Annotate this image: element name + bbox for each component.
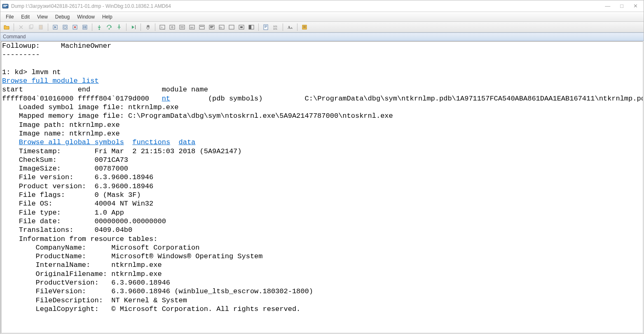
- output-line: FileVersion: 6.3.9600.18946 (winblue_lts…: [2, 287, 313, 295]
- app-window: Dump I:\Загрузки\042818-26171-01.dmp - W…: [0, 0, 644, 334]
- output-line: (pdb symbols) C:\ProgramData\dbg\sym\ntk…: [170, 95, 643, 103]
- stop-icon[interactable]: [70, 23, 80, 32]
- step-over-icon[interactable]: [105, 23, 114, 32]
- watch-window-icon[interactable]: [168, 23, 177, 32]
- svg-rect-42: [265, 26, 267, 26]
- svg-rect-1: [3, 5, 7, 6]
- svg-text:>_: >_: [161, 26, 165, 29]
- output-line: CheckSum: 0071CA73: [2, 156, 128, 164]
- svg-rect-23: [180, 26, 184, 27]
- output-line: fffff804`01016000 fffff804`0179d000: [2, 95, 162, 103]
- hand-icon[interactable]: [143, 23, 152, 32]
- svg-rect-24: [180, 28, 184, 28]
- close-button[interactable]: ✕: [633, 3, 638, 9]
- svg-rect-52: [303, 28, 306, 28]
- step-into-icon[interactable]: [95, 23, 104, 32]
- output-line: Image name: ntkrnlmp.exe: [2, 130, 120, 138]
- restart-icon[interactable]: [61, 23, 70, 32]
- svg-rect-20: [170, 25, 175, 29]
- menu-window[interactable]: Window: [73, 13, 98, 21]
- scratch-window-icon[interactable]: [227, 23, 236, 32]
- svg-rect-2: [3, 6, 6, 7]
- separator: [14, 23, 14, 31]
- output-line: ProductVersion: 6.3.9600.18946: [2, 279, 170, 287]
- link-functions[interactable]: functions: [132, 138, 170, 146]
- output-line: ---------: [2, 51, 40, 58]
- svg-rect-29: [201, 26, 202, 27]
- pt2-window-icon[interactable]: [247, 23, 256, 32]
- open-icon[interactable]: [2, 23, 11, 32]
- output-line: ProductName: Microsoft® Windows® Operati…: [2, 252, 263, 260]
- break-icon[interactable]: [80, 23, 89, 32]
- registers-window-icon[interactable]: ax: [187, 23, 197, 32]
- command-output[interactable]: Followup: MachineOwner --------- 1: kd> …: [1, 41, 643, 333]
- svg-rect-10: [74, 26, 76, 28]
- svg-rect-13: [85, 26, 86, 28]
- titlebar[interactable]: Dump I:\Загрузки\042818-26171-01.dmp - W…: [0, 0, 644, 12]
- output-line: File date: 00000000.00000000: [2, 217, 166, 225]
- svg-rect-28: [200, 26, 201, 27]
- command-pane-header[interactable]: Command: [0, 33, 644, 41]
- svg-rect-22: [180, 25, 185, 29]
- svg-rect-4: [30, 25, 33, 28]
- output-line: OriginalFilename: ntkrnlmp.exe: [2, 270, 162, 278]
- output-line: File flags: 0 (Mask 3F): [2, 191, 141, 199]
- font-icon[interactable]: AA: [286, 23, 295, 32]
- copy-icon: [26, 23, 35, 32]
- svg-point-15: [109, 28, 110, 29]
- menubar: File Edit View Debug Window Help: [0, 12, 644, 22]
- callstack-window-icon[interactable]: [207, 23, 216, 32]
- source-mode-icon[interactable]: [261, 23, 270, 32]
- memory-window-icon[interactable]: [197, 23, 206, 32]
- svg-rect-40: [249, 25, 251, 29]
- go-icon[interactable]: [51, 23, 60, 32]
- link-nt-module[interactable]: nt: [162, 95, 170, 103]
- svg-rect-17: [135, 25, 136, 29]
- separator: [141, 23, 141, 31]
- output-line: Timestamp: Fri Mar 2 21:15:03 2018 (5A9A…: [2, 147, 242, 155]
- command-window-icon[interactable]: >_: [158, 23, 167, 32]
- link-browse-all-global-symbols[interactable]: Browse all global symbols: [19, 138, 124, 146]
- window-controls: — □ ✕: [605, 3, 638, 9]
- svg-rect-11: [83, 25, 87, 29]
- separator: [297, 23, 297, 31]
- menu-edit[interactable]: Edit: [17, 13, 33, 21]
- output-line: InternalName: ntkrnlmp.exe: [2, 261, 162, 269]
- link-browse-full-module-list[interactable]: Browse full module list: [2, 77, 99, 85]
- maximize-button[interactable]: □: [620, 3, 623, 9]
- menu-debug[interactable]: Debug: [52, 13, 73, 21]
- output-line: [2, 138, 19, 146]
- cut-icon: [16, 23, 26, 32]
- binary-mode-icon[interactable]: 101101: [271, 23, 280, 32]
- svg-rect-51: [303, 27, 306, 27]
- output-line: File type: 1.0 App: [2, 209, 124, 217]
- menu-file[interactable]: File: [2, 13, 17, 21]
- separator: [155, 23, 155, 31]
- menu-view[interactable]: View: [33, 13, 52, 21]
- disasm-window-icon[interactable]: 0x: [217, 23, 226, 32]
- svg-rect-12: [84, 26, 84, 28]
- svg-rect-30: [203, 26, 204, 27]
- locals-window-icon[interactable]: [178, 23, 187, 32]
- svg-rect-5: [39, 25, 42, 29]
- svg-point-14: [99, 28, 100, 30]
- svg-rect-44: [265, 27, 266, 28]
- output-line: 1: kd> lmvm nt: [2, 68, 61, 76]
- pane-title: Command: [3, 34, 26, 40]
- pt-window-icon[interactable]: [237, 23, 246, 32]
- svg-rect-50: [303, 26, 306, 26]
- output-line: Followup: MachineOwner: [2, 42, 111, 50]
- link-data[interactable]: data: [179, 138, 196, 146]
- output-line: Image path: ntkrnlmp.exe: [2, 121, 120, 129]
- output-line: Product version: 6.3.9600.18946: [2, 182, 153, 190]
- svg-rect-32: [210, 26, 213, 27]
- separator: [258, 23, 259, 31]
- svg-point-16: [119, 24, 120, 26]
- minimize-button[interactable]: —: [605, 3, 610, 9]
- output-line: LegalCopyright: © Microsoft Corporation.…: [2, 305, 300, 313]
- run-to-cursor-icon[interactable]: [129, 23, 138, 32]
- step-out-icon[interactable]: [115, 23, 124, 32]
- window-title: Dump I:\Загрузки\042818-26171-01.dmp - W…: [11, 3, 605, 9]
- options-icon[interactable]: [300, 23, 309, 32]
- menu-help[interactable]: Help: [98, 13, 116, 21]
